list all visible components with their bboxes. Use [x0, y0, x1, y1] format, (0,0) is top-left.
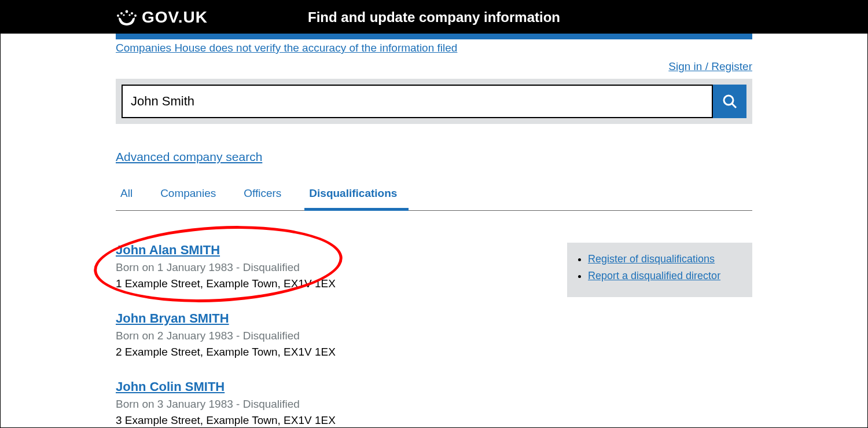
result-name-link[interactable]: John Colin SMITH: [116, 379, 225, 394]
result-item: John Colin SMITH Born on 3 January 1983 …: [116, 379, 550, 427]
search-button[interactable]: [713, 85, 746, 118]
results-row: John Alan SMITH Born on 1 January 1983 -…: [116, 243, 752, 428]
result-meta: Born on 3 January 1983 - Disqualified: [116, 398, 550, 411]
result-item: John Bryan SMITH Born on 2 January 1983 …: [116, 311, 550, 359]
svg-line-8: [732, 104, 736, 108]
result-address: 3 Example Street, Example Town, EX1V 1EX: [116, 414, 550, 427]
service-name: Find and update company information: [1, 9, 867, 25]
result-address: 2 Example Street, Example Town, EX1V 1EX: [116, 346, 550, 359]
search-block: [116, 79, 752, 124]
tab-all[interactable]: All: [116, 181, 144, 211]
sidebar: Register of disqualifications Report a d…: [567, 243, 752, 428]
result-item: John Alan SMITH Born on 1 January 1983 -…: [116, 243, 550, 290]
results-list: John Alan SMITH Born on 1 January 1983 -…: [116, 243, 550, 428]
result-meta: Born on 1 January 1983 - Disqualified: [116, 261, 550, 274]
result-name-link[interactable]: John Alan SMITH: [116, 243, 220, 257]
sidebar-item-register: Register of disqualifications: [588, 253, 742, 265]
search-icon: [722, 94, 737, 109]
sidebar-item-report: Report a disqualified director: [588, 270, 742, 282]
tab-companies[interactable]: Companies: [156, 181, 227, 211]
advanced-search-link[interactable]: Advanced company search: [116, 150, 262, 164]
search-tabs: All Companies Officers Disqualifications: [116, 181, 752, 211]
result-name-link[interactable]: John Bryan SMITH: [116, 311, 229, 325]
register-link[interactable]: Register of disqualifications: [588, 253, 715, 265]
top-header: GOV.UK Find and update company informati…: [1, 1, 867, 34]
search-input[interactable]: [122, 85, 713, 118]
related-links-box: Register of disqualifications Report a d…: [567, 243, 752, 297]
result-meta: Born on 2 January 1983 - Disqualified: [116, 330, 550, 342]
tab-officers[interactable]: Officers: [239, 181, 293, 211]
main-content: Companies House does not verify the accu…: [116, 34, 752, 428]
verify-notice-link[interactable]: Companies House does not verify the accu…: [116, 42, 457, 54]
signin-row: Sign in / Register: [116, 60, 752, 73]
header-accent-bar: [116, 34, 752, 39]
signin-link[interactable]: Sign in / Register: [668, 60, 752, 72]
tab-disqualifications[interactable]: Disqualifications: [304, 181, 409, 211]
svg-point-7: [724, 96, 733, 105]
report-link[interactable]: Report a disqualified director: [588, 270, 720, 281]
result-address: 1 Example Street, Example Town, EX1V 1EX: [116, 277, 550, 290]
